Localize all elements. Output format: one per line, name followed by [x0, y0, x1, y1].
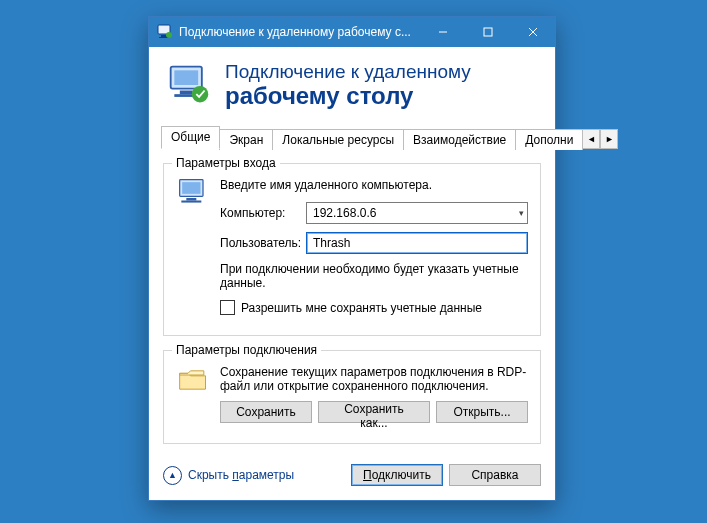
folder-icon [176, 365, 210, 395]
user-input[interactable] [306, 232, 528, 254]
group-login: Параметры входа Введите имя удаленного к… [163, 163, 541, 336]
svg-point-12 [192, 86, 209, 103]
hide-options-label: Скрыть параметры [188, 468, 294, 482]
login-intro-text: Введите имя удаленного компьютера. [220, 178, 528, 192]
tab-advanced[interactable]: Дополни [515, 129, 583, 150]
dialog-heading: Подключение к удаленному рабочему столу [225, 61, 471, 109]
close-button[interactable] [510, 17, 555, 47]
save-button[interactable]: Сохранить [220, 401, 312, 423]
tab-display[interactable]: Экран [219, 129, 273, 150]
svg-rect-14 [182, 182, 200, 194]
svg-rect-10 [180, 91, 193, 95]
app-icon [157, 24, 173, 40]
titlebar: Подключение к удаленному рабочему с... [149, 17, 555, 47]
tab-local-resources[interactable]: Локальные ресурсы [272, 129, 404, 150]
user-label: Пользователь: [220, 236, 306, 250]
credentials-note: При подключении необходимо будет указать… [220, 262, 528, 290]
tab-experience[interactable]: Взаимодействие [403, 129, 516, 150]
computer-icon [176, 178, 210, 208]
svg-rect-15 [186, 198, 196, 201]
group-connection-legend: Параметры подключения [172, 343, 321, 357]
svg-point-3 [166, 32, 172, 38]
connect-button[interactable]: Подключить [351, 464, 443, 486]
save-as-button[interactable]: Сохранить как... [318, 401, 430, 423]
tab-scroll-buttons: ◄ ► [582, 129, 618, 149]
help-button[interactable]: Справка [449, 464, 541, 486]
heading-line2: рабочему столу [225, 83, 471, 109]
computer-label: Компьютер: [220, 206, 306, 220]
tab-scroll-left-icon[interactable]: ◄ [582, 129, 600, 149]
group-connection: Параметры подключения Сохранение текущих… [163, 350, 541, 444]
open-button[interactable]: Открыть... [436, 401, 528, 423]
computer-input[interactable] [306, 202, 528, 224]
computer-combo[interactable]: ▾ [306, 202, 528, 224]
hide-options-link[interactable]: ▲ Скрыть параметры [163, 466, 294, 485]
svg-rect-16 [181, 201, 201, 203]
collapse-arrow-icon: ▲ [163, 466, 182, 485]
maximize-button[interactable] [465, 17, 510, 47]
checkbox-icon [220, 300, 235, 315]
dialog-header: Подключение к удаленному рабочему столу [149, 47, 555, 127]
tab-general[interactable]: Общие [161, 126, 220, 149]
rdc-logo-icon [167, 63, 211, 107]
heading-line1: Подключение к удаленному [225, 61, 471, 83]
svg-rect-9 [174, 70, 198, 85]
group-login-legend: Параметры входа [172, 156, 280, 170]
save-credentials-label: Разрешить мне сохранять учетные данные [241, 301, 482, 315]
window-title: Подключение к удаленному рабочему с... [179, 25, 420, 39]
minimize-button[interactable] [420, 17, 465, 47]
rdc-dialog-window: Подключение к удаленному рабочему с... [148, 16, 556, 501]
tab-scroll-right-icon[interactable]: ► [600, 129, 618, 149]
connection-note: Сохранение текущих параметров подключени… [220, 365, 528, 393]
dialog-footer: ▲ Скрыть параметры Подключить Справка [149, 452, 555, 500]
tab-strip: Общие Экран Локальные ресурсы Взаимодейс… [161, 127, 543, 149]
save-credentials-checkbox[interactable]: Разрешить мне сохранять учетные данные [220, 300, 528, 315]
svg-rect-5 [484, 28, 492, 36]
